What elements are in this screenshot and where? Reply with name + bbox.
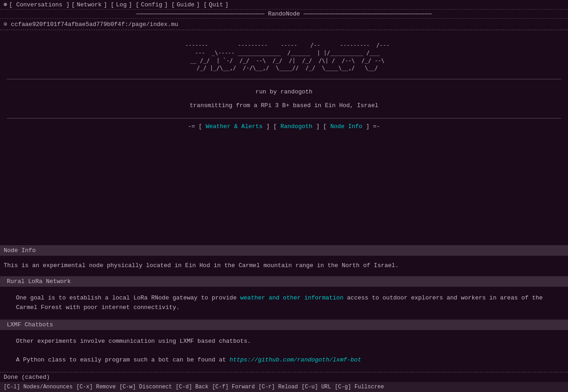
address-url[interactable]: ccfaae920f101f74afbae5ad779b0f4f:/page/i… <box>11 21 178 28</box>
address-icon: ⊙ <box>4 21 7 28</box>
main-content[interactable]: ------- --------- ----- /-- --------- /-… <box>0 30 568 245</box>
node-info-header: Node Info <box>0 245 568 256</box>
intro-content: This is an experimental node physically … <box>4 262 399 269</box>
menu-bar: ⊛ [ Conversations ] [ Network ] [ Log ] … <box>0 0 568 9</box>
shortcut-cl[interactable]: [C-l] Nodes/Announces <box>4 384 73 390</box>
nav-link-weather[interactable]: Weather & Alerts <box>206 123 263 130</box>
shortcut-cx[interactable]: [C-x] Remove <box>76 384 115 390</box>
menu-separator-5: ] [ <box>196 1 207 8</box>
title-dashes-right: ———————————————————————————————————— <box>303 10 432 17</box>
rural-lora-label: Rural LoRa Network <box>7 278 71 285</box>
ascii-art: ------- --------- ----- /-- --------- /-… <box>0 35 568 79</box>
title-dashes-left: ———————————————————————————————————— <box>136 10 265 17</box>
shortcut-cd[interactable]: [C-d] Back <box>176 384 208 390</box>
menu-icon: ⊛ <box>4 1 7 8</box>
rural-lora-content: One goal is to establish a local LoRa RN… <box>0 287 568 320</box>
terminal-window: ⊛ [ Conversations ] [ Network ] [ Log ] … <box>0 0 568 392</box>
status-bar: Done (cached) <box>0 372 568 382</box>
section-header-rural-lora: Rural LoRa Network <box>0 276 568 287</box>
lxmf-label: LXMF Chatbots <box>7 321 53 328</box>
menu-network[interactable]: Network <box>77 1 102 8</box>
menu-conversations[interactable]: [ Conversations ] <box>9 1 70 8</box>
nav-sep-2: ] [ <box>316 123 330 130</box>
shortcut-cr[interactable]: [C-r] Reload <box>259 384 298 390</box>
title-bar: ———————————————————————————————————— Ran… <box>0 9 568 19</box>
lxmf-text-before: A Python class to easily program such a … <box>16 356 229 363</box>
section-header-lxmf: LXMF Chatbots <box>0 320 568 330</box>
lxmf-github-link[interactable]: https://github.com/randogoth/lxmf-bot <box>229 356 361 363</box>
status-text: Done (cached) <box>4 374 50 381</box>
window-title: RandoNode <box>268 10 300 17</box>
weather-link[interactable]: weather and other information <box>240 294 343 301</box>
nav-prefix: -= [ <box>188 123 206 130</box>
menu-separator-6: ] <box>225 1 229 8</box>
lxmf-content: Other experiments involve communication … <box>0 330 568 372</box>
node-info-label: Node Info <box>4 247 36 254</box>
menu-separator-3: ] [ <box>129 1 139 8</box>
nav-links: -= [ Weather & Alerts ] [ Randogoth ] [ … <box>0 119 568 134</box>
menu-separator-2: ] [ <box>104 1 114 8</box>
transmitting-text: transmitting from a RPi 3 B+ based in Ei… <box>0 100 568 118</box>
shortcut-cw[interactable]: [C-w] Disconnect <box>120 384 172 390</box>
run-by-text: run by randogoth <box>0 79 568 100</box>
nav-suffix: ] =- <box>366 123 380 130</box>
address-bar: ⊙ ccfaae920f101f74afbae5ad779b0f4f:/page… <box>0 19 568 30</box>
menu-guide[interactable]: Guide <box>177 1 194 8</box>
shortcut-cg[interactable]: [C-g] Fullscree <box>335 384 384 390</box>
nav-link-nodeinfo[interactable]: Node Info <box>330 123 362 130</box>
menu-separator-4: ] [ <box>164 1 175 8</box>
menu-separator-1: [ <box>71 1 75 8</box>
scrollable-area: ------- --------- ----- /-- --------- /-… <box>0 30 568 148</box>
shortcut-cu[interactable]: [C-u] URL <box>302 384 331 390</box>
shortcuts-bar: [C-l] Nodes/Announces [C-x] Remove [C-w]… <box>0 382 568 392</box>
nav-sep-1: ] [ <box>266 123 280 130</box>
lxmf-para2: A Python class to easily program such a … <box>16 356 552 365</box>
menu-config[interactable]: Config <box>141 1 162 8</box>
spacer <box>0 134 568 144</box>
nav-link-randogoth[interactable]: Randogoth <box>281 123 313 130</box>
lxmf-para1: Other experiments involve communication … <box>16 337 552 346</box>
menu-log[interactable]: Log <box>116 1 126 8</box>
intro-text: This is an experimental node physically … <box>0 256 568 276</box>
menu-quit[interactable]: Quit <box>209 1 223 8</box>
shortcut-cf[interactable]: [C-f] Forward <box>212 384 255 390</box>
rural-text-before: One goal is to establish a local LoRa RN… <box>16 294 240 301</box>
